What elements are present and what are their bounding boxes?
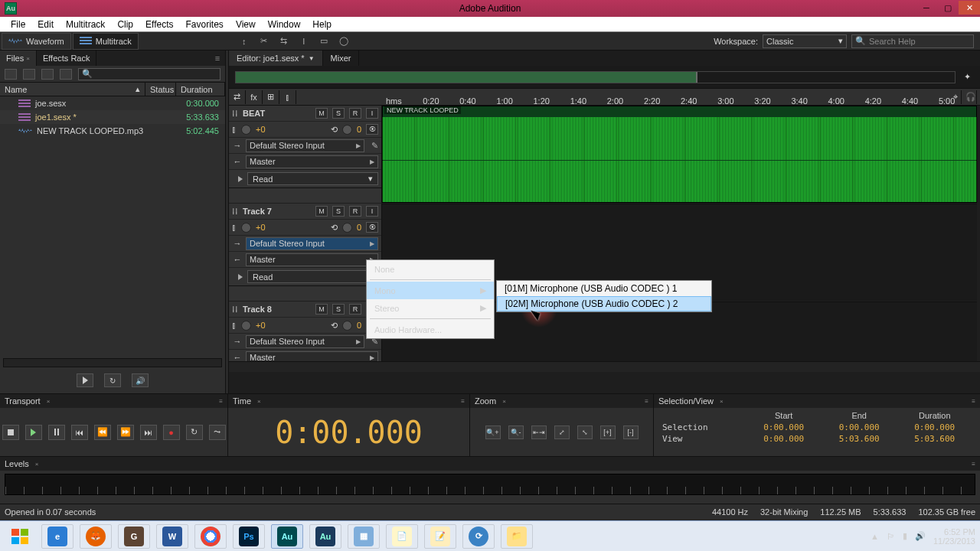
track-reorder-handle[interactable]: ⁞⁞ (232, 109, 238, 119)
import-file-button[interactable] (23, 69, 35, 80)
skip-selection-button[interactable]: ⤳ (209, 425, 226, 440)
loop-button[interactable]: ↻ (186, 425, 203, 440)
pause-button[interactable] (48, 425, 65, 440)
col-name[interactable]: Name (5, 85, 27, 94)
menu-help[interactable]: Help (306, 19, 338, 30)
record-arm-button[interactable]: R (349, 108, 361, 119)
menu-item-stereo[interactable]: Stereo▶ (367, 299, 494, 317)
panel-options-button[interactable]: ≡ (210, 54, 225, 63)
slip-tool[interactable]: ⇆ (278, 35, 290, 47)
zoom-out-v-button[interactable]: ⤡ (577, 425, 593, 439)
col-duration[interactable]: Duration (181, 85, 213, 94)
output-dropdown[interactable]: Master▶ (246, 155, 378, 168)
pan-value[interactable]: 0 (357, 125, 361, 134)
menu-clip[interactable]: Clip (111, 19, 139, 30)
audio-clip[interactable]: NEW TRACK LOOPED (382, 106, 977, 203)
list-item[interactable]: NEW TRACK LOOPED.mp3 5:02.445 (0, 124, 225, 138)
close-file-button[interactable] (41, 69, 54, 80)
marquee-tool[interactable]: ▭ (318, 35, 330, 47)
track-reorder-handle[interactable]: ⁞⁞ (232, 305, 238, 315)
loop-preview-button[interactable]: ↻ (104, 373, 121, 387)
menu-item-none[interactable]: None (367, 260, 494, 278)
taskbar-firefox[interactable]: 🦊 (80, 524, 112, 549)
selection-start[interactable]: 0:00.000 (746, 422, 822, 433)
zoom-out-h-button[interactable]: 🔍- (508, 425, 524, 439)
tray-arrow-icon[interactable]: ▲ (871, 532, 879, 541)
automation-mode-dropdown[interactable]: Read▾ (247, 172, 378, 185)
pan-knob[interactable] (342, 223, 352, 233)
time-display[interactable]: 0:00.000 (228, 408, 469, 456)
start-button[interactable] (5, 523, 35, 549)
zoom-in-h-button[interactable]: 🔍+ (485, 425, 501, 439)
preview-play-button[interactable] (77, 373, 93, 387)
input-edit-button[interactable]: ✎ (368, 141, 381, 151)
taskbar-notepad2[interactable]: 📝 (424, 524, 456, 549)
taskbar-audition[interactable]: Au (309, 524, 341, 549)
timeline-overview[interactable]: ✦ (229, 66, 980, 89)
workspace-preset-dropdown[interactable]: Classic▾ (763, 34, 847, 48)
track-reorder-handle[interactable]: ⁞⁞ (232, 207, 238, 217)
tray-volume-icon[interactable]: 🔊 (915, 531, 926, 541)
menu-item-audio-hardware[interactable]: Audio Hardware... (367, 321, 494, 338)
selection-end[interactable]: 0:00.000 (822, 422, 897, 433)
menu-effects[interactable]: Effects (139, 19, 179, 30)
help-search-input[interactable]: 🔍 Search Help (851, 34, 974, 48)
sends-button[interactable]: ⊞ (263, 90, 279, 104)
view-waveform-tab[interactable]: Waveform (2, 33, 71, 50)
taskbar-app[interactable]: ⟳ (462, 524, 495, 549)
input-dropdown[interactable]: Default Stereo Input▶ (246, 335, 364, 348)
view-dur[interactable]: 5:03.600 (897, 433, 972, 445)
toggle-inputs-button[interactable]: ⇄ (229, 90, 246, 104)
overview-options[interactable]: ✦ (960, 72, 974, 82)
lasso-tool[interactable]: ◯ (338, 35, 350, 47)
menu-item-mono[interactable]: Mono▶ (367, 282, 494, 299)
track-name[interactable]: Track 8 (243, 305, 311, 314)
panel-options-button[interactable]: ≡ (645, 398, 648, 405)
goto-start-button[interactable]: ⏮ (71, 425, 88, 440)
open-file-button[interactable] (5, 69, 17, 80)
record-arm-button[interactable]: R (349, 304, 361, 315)
move-tool[interactable]: ↕ (238, 35, 250, 47)
panel-options-button[interactable]: ≡ (461, 398, 465, 405)
mixer-tab[interactable]: Mixer (323, 51, 360, 66)
track-name[interactable]: Track 7 (243, 207, 311, 216)
file-filter-input[interactable]: 🔍 (78, 68, 220, 80)
mute-button[interactable]: M (315, 304, 328, 315)
list-item[interactable]: joe.sesx 0:30.000 (0, 96, 225, 110)
output-dropdown[interactable]: Master▶ (246, 253, 378, 266)
insert-button[interactable] (60, 69, 72, 80)
tray-clock[interactable]: 6:52 PM 11/23/2013 (933, 527, 975, 546)
auto-play-button[interactable]: 🔊 (132, 373, 149, 387)
monitor-button[interactable]: I (366, 206, 378, 217)
automation-toggle[interactable] (238, 274, 243, 280)
mute-button[interactable]: M (315, 108, 328, 119)
zoom-sel-in-button[interactable]: [+] (600, 425, 616, 439)
tray-flag-icon[interactable]: 🏳 (887, 532, 895, 541)
taskbar-audition-active[interactable]: Au (271, 524, 303, 549)
taskbar-calculator[interactable]: ▦ (348, 524, 380, 549)
record-button[interactable]: ● (163, 425, 180, 440)
monitor-button[interactable]: I (366, 108, 378, 119)
tab-effects-rack[interactable]: Effects Rack (37, 51, 97, 66)
taskbar-notepad[interactable]: 📄 (386, 524, 418, 549)
menu-file[interactable]: File (5, 19, 31, 30)
phase-button[interactable]: ⦿ (366, 222, 378, 233)
solo-button[interactable]: S (332, 206, 345, 217)
goto-end-button[interactable]: ⏭ (140, 425, 157, 440)
taskbar-photoshop[interactable]: Ps (233, 524, 265, 549)
record-arm-button[interactable]: R (349, 206, 361, 217)
eq-button[interactable]: ⫿ (279, 90, 296, 104)
volume-value[interactable]: +0 (256, 125, 266, 134)
stop-button[interactable] (2, 425, 19, 440)
selection-dur[interactable]: 0:00.000 (897, 422, 972, 433)
volume-knob[interactable] (241, 125, 251, 135)
files-hscrollbar[interactable] (3, 358, 222, 367)
menu-favorites[interactable]: Favorites (180, 19, 230, 30)
menu-item-mic2[interactable]: [02M] Microphone (USB Audio CODEC ) 2 (497, 296, 711, 311)
solo-button[interactable]: S (332, 304, 345, 315)
system-tray[interactable]: ▲ 🏳 ▮ 🔊 6:52 PM 11/23/2013 (871, 527, 975, 546)
pan-knob[interactable] (342, 321, 352, 331)
tray-network-icon[interactable]: ▮ (903, 531, 907, 541)
level-meter[interactable] (5, 474, 975, 495)
phase-button[interactable]: ⦿ (366, 124, 378, 135)
